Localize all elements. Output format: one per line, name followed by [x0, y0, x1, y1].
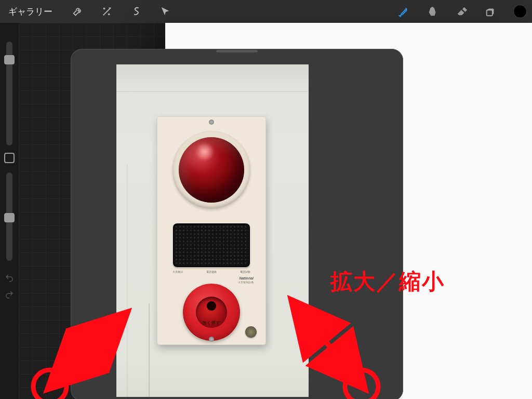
toolbar-left: ギャラリー [5, 5, 172, 18]
panel-label: 火災復旧 [172, 270, 183, 275]
panel-label: 電話試験 [240, 270, 250, 275]
cert-seal [245, 326, 257, 338]
smudge-icon[interactable] [426, 5, 440, 18]
pointer-icon[interactable] [158, 5, 172, 18]
brush-size-slider[interactable] [6, 42, 12, 145]
top-toolbar: ギャラリー [0, 0, 532, 23]
wrench-icon[interactable] [71, 5, 85, 18]
brand-label: National [239, 276, 254, 280]
toolbar-right [397, 5, 527, 18]
undo-icon[interactable] [5, 273, 14, 283]
svg-point-3 [33, 370, 66, 399]
layers-icon[interactable] [484, 5, 498, 18]
canvas-workspace[interactable]: 火災復旧 電話連絡 電話試験 National 火災報知設備 強く押す [19, 23, 532, 399]
subbrand-label: 火災報知設備 [238, 281, 254, 284]
eraser-icon[interactable] [455, 5, 469, 18]
opacity-slider[interactable] [6, 172, 12, 261]
brush-icon[interactable] [397, 5, 410, 18]
device-notch [216, 50, 258, 52]
reference-photo: 火災復旧 電話連絡 電話試験 National 火災報知設備 強く押す [116, 64, 309, 397]
push-label: 強く押す [202, 320, 221, 326]
s-shape-icon[interactable] [129, 5, 143, 18]
slider-thumb[interactable] [4, 213, 15, 222]
modify-button[interactable] [4, 153, 15, 163]
left-sidebar [0, 36, 19, 399]
alarm-speaker [173, 223, 250, 267]
panel-label: 電話連絡 [206, 270, 217, 275]
redo-icon[interactable] [5, 290, 14, 299]
slider-thumb[interactable] [4, 55, 15, 64]
svg-rect-1 [487, 10, 493, 16]
color-icon[interactable] [513, 5, 527, 18]
wand-icon[interactable] [100, 5, 114, 18]
gallery-button[interactable]: ギャラリー [5, 6, 56, 18]
fire-alarm-panel: 火災復旧 電話連絡 電話試験 National 火災報知設備 強く押す [157, 116, 266, 345]
